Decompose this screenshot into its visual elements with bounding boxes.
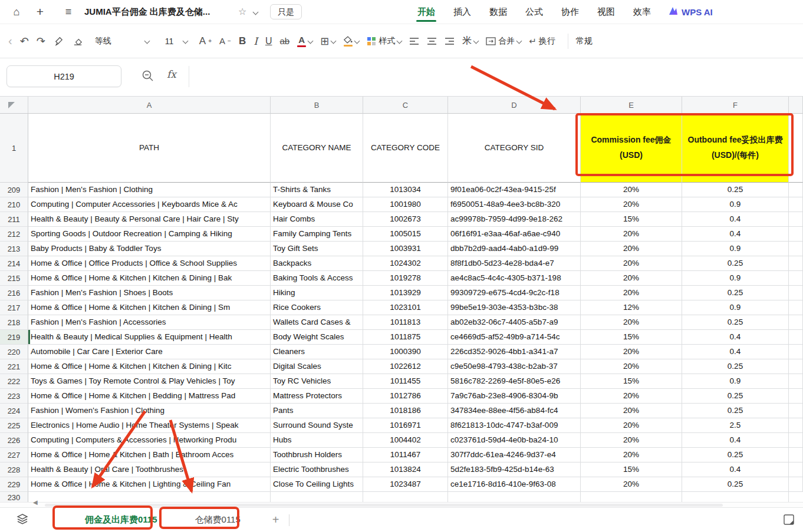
cell-category-code[interactable]: 1011813 xyxy=(363,315,448,330)
decrease-font-button[interactable]: A− xyxy=(219,36,231,46)
view-switch-icon[interactable] xyxy=(783,514,795,528)
tab-insert[interactable]: 插入 xyxy=(452,1,472,23)
cell-commission-fee[interactable]: 12% xyxy=(581,300,682,315)
cell-category-code[interactable]: 1013034 xyxy=(363,183,448,197)
cell-path[interactable]: Computing | Computer Accessories | Keybo… xyxy=(28,197,271,212)
tab-formula[interactable]: 公式 xyxy=(524,1,544,23)
tab-data[interactable]: 数据 xyxy=(488,1,508,23)
horizontal-scrollbar[interactable]: ◀ xyxy=(0,502,803,507)
cell-category-code[interactable]: 1024302 xyxy=(363,256,448,271)
cell-category-name[interactable]: Close To Ceiling Lights xyxy=(271,477,363,492)
cell-commission-fee[interactable]: 20% xyxy=(581,345,682,359)
cell-path[interactable]: Home & Office | Home & Kitchen | Bedding… xyxy=(28,389,271,404)
cell-partial[interactable] xyxy=(789,242,803,256)
row-number[interactable]: 214 xyxy=(0,256,28,271)
cell-category-code[interactable]: 1000390 xyxy=(363,345,448,359)
cell-partial[interactable] xyxy=(789,433,803,448)
cell-outbound-fee[interactable]: 0.4 xyxy=(682,462,789,477)
row-number[interactable]: 220 xyxy=(0,345,28,359)
column-header-c[interactable]: C xyxy=(363,97,448,114)
cell-category-sid[interactable]: c023761d-59d4-4e0b-ba24-10 xyxy=(448,433,581,448)
cell-category-name[interactable]: Wallets Card Cases & xyxy=(271,315,363,330)
cell-category-sid[interactable]: dbb7b2d9-aad4-4ab0-a1d9-99 xyxy=(448,242,581,256)
column-header-partial[interactable] xyxy=(789,97,803,114)
cell-outbound-fee[interactable]: 0.4 xyxy=(682,330,789,345)
readonly-badge[interactable]: 只是 xyxy=(270,4,302,19)
cell-commission-fee[interactable]: 15% xyxy=(581,374,682,389)
cell-category-name[interactable]: Keyboard & Mouse Co xyxy=(271,197,363,212)
cell-commission-fee[interactable]: 15% xyxy=(581,212,682,227)
font-color-button[interactable]: A xyxy=(297,35,312,47)
fx-icon[interactable]: fx xyxy=(167,68,176,80)
row-number[interactable]: 227 xyxy=(0,448,28,462)
format-painter-icon[interactable] xyxy=(53,35,64,47)
bold-button[interactable]: B xyxy=(239,35,246,47)
row-number[interactable]: 215 xyxy=(0,271,28,286)
cell-partial[interactable] xyxy=(789,286,803,300)
cell-path[interactable]: Health & Beauty | Oral Care | Toothbrush… xyxy=(28,462,271,477)
row-number[interactable]: 221 xyxy=(0,359,28,374)
row-number[interactable]: 229 xyxy=(0,477,28,492)
cell-category-sid[interactable]: 99309729-e675-4cd4-9c2c-f18 xyxy=(448,286,581,300)
cell-category-code[interactable]: 1011455 xyxy=(363,374,448,389)
cell-outbound-fee[interactable]: 0.4 xyxy=(682,227,789,242)
row-number[interactable]: 225 xyxy=(0,418,28,433)
add-sheet-button[interactable]: + xyxy=(272,513,279,527)
cell-category-sid[interactable]: 99be5e19-303e-4353-b3bc-38 xyxy=(448,300,581,315)
cell-outbound-fee[interactable]: 0.9 xyxy=(682,300,789,315)
cell-category-sid[interactable]: 347834ee-88ee-4f56-ab84-fc4 xyxy=(448,404,581,418)
cell-outbound-fee[interactable]: 0.25 xyxy=(682,477,789,492)
merge-cells-button[interactable]: 合并 xyxy=(486,36,521,47)
cell-outbound-fee[interactable]: 0.25 xyxy=(682,359,789,374)
cell-outbound-fee[interactable]: 0.25 xyxy=(682,448,789,462)
cell-category-sid[interactable]: 5d2fe183-5fb9-425d-b14e-63 xyxy=(448,462,581,477)
cell-outbound-fee[interactable]: 0.25 xyxy=(682,315,789,330)
increase-font-button[interactable]: A+ xyxy=(199,35,212,47)
row-number[interactable]: 222 xyxy=(0,374,28,389)
cell-commission-fee[interactable]: 20% xyxy=(581,404,682,418)
cell-category-name[interactable]: Toothbrush Holders xyxy=(271,448,363,462)
header-cell-outbound-fee[interactable]: Outbound fee妥投出库费(USD)/(每件) xyxy=(682,114,789,183)
cell-category-name[interactable]: Surround Sound Syste xyxy=(271,418,363,433)
cell-category-name[interactable]: Hiking xyxy=(271,286,363,300)
name-box[interactable]: H219 xyxy=(6,65,121,87)
cell-style-button[interactable]: 样式 xyxy=(367,36,402,47)
cell-commission-fee[interactable]: 15% xyxy=(581,462,682,477)
cell-category-code[interactable]: 1013929 xyxy=(363,286,448,300)
wrap-text-button[interactable]: ↵ 换行 xyxy=(529,36,555,47)
sheets-list-icon[interactable] xyxy=(17,514,28,527)
cell-path[interactable]: Fashion | Men's Fashion | Accessories xyxy=(28,315,271,330)
new-tab-icon[interactable]: + xyxy=(31,0,50,24)
cell-category-name[interactable]: Mattress Protectors xyxy=(271,389,363,404)
cell-category-code[interactable]: 1001980 xyxy=(363,197,448,212)
font-size-select[interactable]: 11 xyxy=(161,34,192,48)
tab-view[interactable]: 视图 xyxy=(596,1,616,23)
cell-category-name[interactable]: Toy RC Vehicles xyxy=(271,374,363,389)
cell-category-code[interactable] xyxy=(363,492,448,502)
header-cell-partial[interactable] xyxy=(789,114,803,183)
cell-partial[interactable] xyxy=(789,212,803,227)
row-number[interactable]: 216 xyxy=(0,286,28,300)
cell-outbound-fee[interactable]: 0.25 xyxy=(682,183,789,197)
number-format-button[interactable]: 常规 xyxy=(576,36,593,47)
cell-commission-fee[interactable] xyxy=(581,492,682,502)
cell-partial[interactable] xyxy=(789,492,803,502)
cell-category-name[interactable] xyxy=(271,492,363,502)
cell-path[interactable]: Home & Office | Home & Kitchen | Bath | … xyxy=(28,448,271,462)
cell-path[interactable]: Home & Office | Office Products | Office… xyxy=(28,256,271,271)
cell-partial[interactable] xyxy=(789,300,803,315)
cell-outbound-fee[interactable] xyxy=(682,492,789,502)
sheet-tab-storage[interactable]: 仓储费0115 xyxy=(183,508,252,532)
cell-category-name[interactable]: Pants xyxy=(271,404,363,418)
cell-outbound-fee[interactable]: 2.5 xyxy=(682,418,789,433)
cell-category-name[interactable]: Cleaners xyxy=(271,345,363,359)
home-icon[interactable]: ⌂ xyxy=(7,0,26,24)
cell-partial[interactable] xyxy=(789,330,803,345)
row-number[interactable]: 209 xyxy=(0,183,28,197)
cell-commission-fee[interactable]: 15% xyxy=(581,330,682,345)
strikethrough-button[interactable]: ab xyxy=(279,36,289,46)
row-number[interactable]: 212 xyxy=(0,227,28,242)
cell-path[interactable]: Fashion | Men's Fashion | Clothing xyxy=(28,183,271,197)
cell-commission-fee[interactable]: 20% xyxy=(581,197,682,212)
cell-partial[interactable] xyxy=(789,418,803,433)
